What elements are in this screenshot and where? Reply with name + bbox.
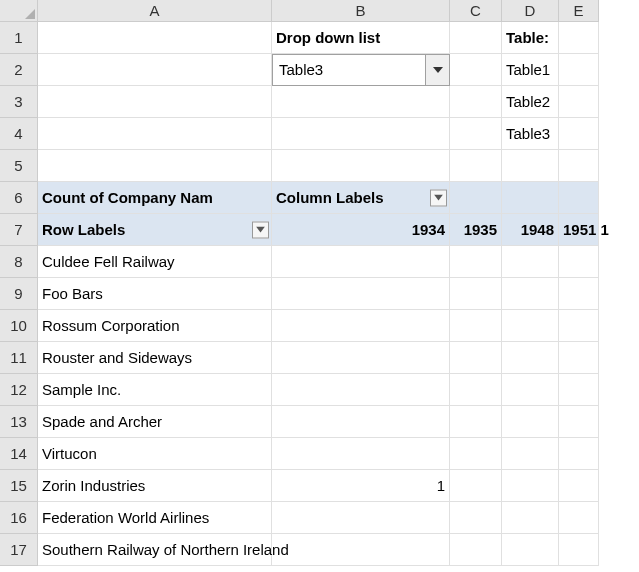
column-header-C[interactable]: C xyxy=(450,0,502,22)
company-row[interactable]: Sample Inc. xyxy=(38,374,272,406)
cell[interactable] xyxy=(559,534,599,566)
cell-D4[interactable]: Table3 xyxy=(502,118,559,150)
cell[interactable] xyxy=(272,246,450,278)
company-row[interactable]: Rossum Corporation xyxy=(38,310,272,342)
row-header-9[interactable]: 9 xyxy=(0,278,38,310)
row-header-5[interactable]: 5 xyxy=(0,150,38,182)
cell[interactable] xyxy=(272,374,450,406)
row-header-7[interactable]: 7 xyxy=(0,214,38,246)
dropdown-button[interactable] xyxy=(425,55,449,85)
cell-D5[interactable] xyxy=(502,150,559,182)
cell[interactable] xyxy=(502,470,559,502)
company-row[interactable]: Virtucon xyxy=(38,438,272,470)
cell[interactable] xyxy=(272,534,450,566)
cell-C1[interactable] xyxy=(450,22,502,54)
dropdown-cell[interactable]: Table3 xyxy=(272,54,450,86)
select-all-corner[interactable] xyxy=(0,0,38,22)
year-col-2[interactable]: 1935 xyxy=(450,214,502,246)
cell-C5[interactable] xyxy=(450,150,502,182)
cell-C3[interactable] xyxy=(450,86,502,118)
cell[interactable] xyxy=(450,470,502,502)
company-row[interactable]: Zorin Industries xyxy=(38,470,272,502)
row-header-11[interactable]: 11 xyxy=(0,342,38,374)
cell[interactable] xyxy=(559,374,599,406)
cell[interactable] xyxy=(559,246,599,278)
pivot-row-labels[interactable]: Row Labels xyxy=(38,214,272,246)
company-row[interactable]: Culdee Fell Railway xyxy=(38,246,272,278)
cell-E3[interactable] xyxy=(559,86,599,118)
cell[interactable] xyxy=(559,342,599,374)
cell[interactable] xyxy=(502,246,559,278)
cell-C6[interactable] xyxy=(450,182,502,214)
cell-B1[interactable]: Drop down list xyxy=(272,22,450,54)
cell-D3[interactable]: Table2 xyxy=(502,86,559,118)
company-row[interactable]: Southern Railway of Northern Ireland xyxy=(38,534,272,566)
cell[interactable] xyxy=(450,310,502,342)
cell[interactable] xyxy=(559,310,599,342)
column-header-D[interactable]: D xyxy=(502,0,559,22)
cell[interactable] xyxy=(502,278,559,310)
cell-C2[interactable] xyxy=(450,54,502,86)
cell[interactable] xyxy=(450,406,502,438)
cell[interactable] xyxy=(272,278,450,310)
cell[interactable] xyxy=(502,438,559,470)
cell-E1[interactable] xyxy=(559,22,599,54)
cell[interactable] xyxy=(559,406,599,438)
company-row[interactable]: Foo Bars xyxy=(38,278,272,310)
pivot-column-labels[interactable]: Column Labels xyxy=(272,182,450,214)
row-header-4[interactable]: 4 xyxy=(0,118,38,150)
cell-B4[interactable] xyxy=(272,118,450,150)
cell[interactable] xyxy=(272,342,450,374)
year-col-4[interactable]: 1951 1 xyxy=(559,214,599,246)
cell[interactable] xyxy=(502,502,559,534)
cell[interactable] xyxy=(502,406,559,438)
row-header-15[interactable]: 15 xyxy=(0,470,38,502)
row-header-14[interactable]: 14 xyxy=(0,438,38,470)
cell[interactable] xyxy=(272,438,450,470)
cell[interactable] xyxy=(502,310,559,342)
year-col-1[interactable]: 1934 xyxy=(272,214,450,246)
cell-D1[interactable]: Table: xyxy=(502,22,559,54)
cell[interactable] xyxy=(450,438,502,470)
cell[interactable] xyxy=(272,310,450,342)
company-row[interactable]: Rouster and Sideways xyxy=(38,342,272,374)
cell-C4[interactable] xyxy=(450,118,502,150)
cell-A5[interactable] xyxy=(38,150,272,182)
row-header-10[interactable]: 10 xyxy=(0,310,38,342)
cell[interactable] xyxy=(450,246,502,278)
row-header-2[interactable]: 2 xyxy=(0,54,38,86)
row-header-17[interactable]: 17 xyxy=(0,534,38,566)
cell[interactable] xyxy=(450,278,502,310)
column-header-A[interactable]: A xyxy=(38,0,272,22)
pivot-values-label[interactable]: Count of Company Nam xyxy=(38,182,272,214)
cell[interactable] xyxy=(272,502,450,534)
column-header-E[interactable]: E xyxy=(559,0,599,22)
row-header-8[interactable]: 8 xyxy=(0,246,38,278)
cell-E6[interactable] xyxy=(559,182,599,214)
cell-E2[interactable] xyxy=(559,54,599,86)
column-filter-button[interactable] xyxy=(430,189,447,206)
row-filter-button[interactable] xyxy=(252,221,269,238)
cell-A4[interactable] xyxy=(38,118,272,150)
cell-D6[interactable] xyxy=(502,182,559,214)
cell[interactable] xyxy=(450,342,502,374)
cell-B5[interactable] xyxy=(272,150,450,182)
row-header-6[interactable]: 6 xyxy=(0,182,38,214)
cell[interactable] xyxy=(559,278,599,310)
cell[interactable]: 1 xyxy=(272,470,450,502)
column-header-B[interactable]: B xyxy=(272,0,450,22)
cell[interactable] xyxy=(450,534,502,566)
cell[interactable] xyxy=(559,502,599,534)
row-header-1[interactable]: 1 xyxy=(0,22,38,54)
cell-A1[interactable] xyxy=(38,22,272,54)
cell[interactable] xyxy=(502,374,559,406)
row-header-13[interactable]: 13 xyxy=(0,406,38,438)
cell[interactable] xyxy=(559,470,599,502)
year-col-3[interactable]: 1948 xyxy=(502,214,559,246)
cell[interactable] xyxy=(559,438,599,470)
cell-B3[interactable] xyxy=(272,86,450,118)
cell-D2[interactable]: Table1 xyxy=(502,54,559,86)
cell[interactable] xyxy=(502,534,559,566)
company-row[interactable]: Federation World Airlines xyxy=(38,502,272,534)
cell[interactable] xyxy=(502,342,559,374)
